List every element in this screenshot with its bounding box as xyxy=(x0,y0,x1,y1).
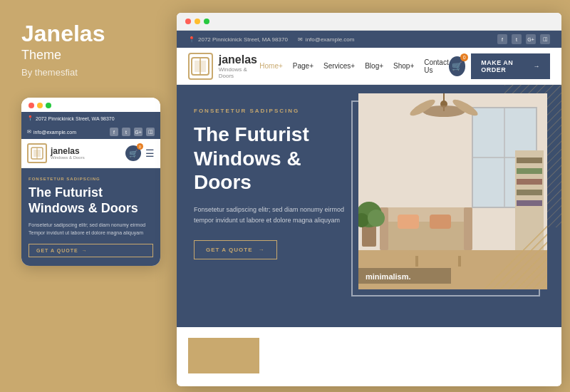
mobile-cta-button[interactable]: GET A QUOTE → xyxy=(28,244,153,257)
svg-rect-32 xyxy=(517,179,542,185)
desktop-hero: FONSETETUR SADIPSCING The Futurist Windo… xyxy=(177,85,561,327)
mobile-logo: janelas Windows & Doors xyxy=(27,143,85,163)
bottom-tan-block xyxy=(188,338,259,373)
cart-badge: 0 xyxy=(137,143,143,150)
mobile-logo-text: janelas xyxy=(51,147,85,155)
svg-rect-24 xyxy=(398,215,419,229)
desktop-social-icons: f t G+ ◫ xyxy=(497,34,550,44)
hero-desc: Fonsetetur sadipscing elitr; sed diam no… xyxy=(194,205,360,227)
email-icon: ✉ xyxy=(27,129,31,135)
mobile-nav: janelas Windows & Doors 🛒 0 ☰ xyxy=(21,139,160,168)
mobile-cart-button[interactable]: 🛒 0 xyxy=(125,145,141,161)
brand-subtitle: Theme xyxy=(21,48,61,63)
desktop-logo-icon xyxy=(188,53,213,80)
hero-image-area: minimalism. xyxy=(358,93,547,289)
svg-rect-25 xyxy=(430,215,451,229)
nav-shop[interactable]: Shop+ xyxy=(393,62,414,70)
mobile-email: ✉ info@example.com xyxy=(27,129,76,135)
desktop-facebook-icon[interactable]: f xyxy=(497,34,507,44)
svg-rect-20 xyxy=(380,218,472,250)
dot-yellow xyxy=(37,103,43,108)
location-icon: 📍 xyxy=(27,115,33,121)
dot-red xyxy=(28,103,34,108)
svg-rect-26 xyxy=(408,250,465,256)
desktop-cart-badge: 0 xyxy=(460,53,468,61)
mobile-address: 📍 2072 Pinnickinick Street, WA 98370 xyxy=(27,115,115,121)
desktop-mockup: 📍 2072 Pinnickinick Street, MA 98370 ✉ i… xyxy=(177,13,561,386)
email-icon: ✉ xyxy=(298,36,303,43)
hamburger-icon[interactable]: ☰ xyxy=(145,148,155,159)
svg-rect-23 xyxy=(464,207,472,250)
mobile-logo-sub: Windows & Doors xyxy=(51,155,85,160)
svg-marker-42 xyxy=(483,225,547,289)
desktop-cart-button[interactable]: 🛒 0 xyxy=(449,56,466,76)
desktop-bottom-section xyxy=(177,327,561,384)
svg-rect-34 xyxy=(517,200,542,206)
mobile-info-bar: 📍 2072 Pinnickinick Street, WA 98370 xyxy=(21,112,160,125)
svg-rect-30 xyxy=(517,158,542,163)
svg-point-38 xyxy=(368,210,385,227)
desktop-chrome-bar xyxy=(177,13,561,31)
desktop-logo-text: janelas xyxy=(219,53,260,66)
facebook-icon: f xyxy=(110,128,118,136)
mobile-chrome-bar xyxy=(21,98,160,112)
desktop-info-left: 📍 2072 Pinnickinick Street, MA 98370 ✉ i… xyxy=(188,36,354,43)
mobile-nav-right: 🛒 0 ☰ xyxy=(125,145,155,161)
desktop-cta-button[interactable]: MAKE AN ORDER → xyxy=(471,53,550,79)
hero-room-image: minimalism. xyxy=(358,93,547,289)
cart-icon: 🛒 xyxy=(129,150,138,158)
svg-rect-33 xyxy=(517,190,542,195)
nav-services[interactable]: Services+ xyxy=(323,62,355,70)
desktop-dot-green xyxy=(204,19,209,24)
svg-rect-21 xyxy=(380,207,472,222)
mobile-section-label: FONSETETUR SADIPSCING xyxy=(28,177,153,181)
desktop-dot-red xyxy=(185,19,191,24)
hero-section-label: FONSETETUR SADIPSCING xyxy=(194,108,360,114)
twitter-icon: t xyxy=(122,128,130,136)
desktop-dot-yellow xyxy=(195,19,200,24)
googleplus-icon: G+ xyxy=(134,128,142,136)
desktop-logo: janelas Windows & Doors xyxy=(188,53,259,80)
desktop-address: 📍 2072 Pinnickinick Street, MA 98370 xyxy=(188,36,288,43)
nav-page[interactable]: Page+ xyxy=(293,62,314,70)
mobile-social-icons: f t G+ ◫ xyxy=(110,128,155,136)
mobile-mockup: 📍 2072 Pinnickinick Street, WA 98370 ✉ i… xyxy=(21,98,160,266)
svg-rect-31 xyxy=(517,168,542,174)
hero-cta-button[interactable]: GET A QUOTE → xyxy=(194,240,277,259)
desktop-top-info-bar: 📍 2072 Pinnickinick Street, MA 98370 ✉ i… xyxy=(177,31,561,48)
desktop-twitter-icon[interactable]: t xyxy=(512,34,522,44)
nav-blog[interactable]: Blog+ xyxy=(365,62,383,70)
brand-by: By themesfiat xyxy=(21,67,78,78)
nav-contact[interactable]: Contact Us xyxy=(424,58,448,74)
svg-rect-27 xyxy=(415,256,418,267)
mobile-hero-text: Fonsetetur sadipscing elitr; sed diam no… xyxy=(28,222,153,237)
brand-title: Janelas xyxy=(21,21,105,46)
left-panel: Janelas Theme By themesfiat 📍 2072 Pinni… xyxy=(0,0,175,392)
desktop-instagram-icon[interactable]: ◫ xyxy=(540,34,550,44)
svg-rect-28 xyxy=(458,256,461,267)
svg-rect-35 xyxy=(362,225,376,247)
hero-title: The Futurist Windows & Doors xyxy=(194,123,360,195)
hero-left: FONSETETUR SADIPSCING The Futurist Windo… xyxy=(177,85,377,327)
arrow-icon: → xyxy=(534,63,541,70)
desktop-nav-menu: Home+ Page+ Services+ Blog+ Shop+ Contac… xyxy=(259,58,448,74)
mobile-contact-bar: ✉ info@example.com f t G+ ◫ xyxy=(21,125,160,139)
desktop-googleplus-icon[interactable]: G+ xyxy=(526,34,536,44)
desktop-nav: janelas Windows & Doors Home+ Page+ Serv… xyxy=(177,48,561,85)
cta-arrow-icon: → xyxy=(259,247,265,253)
desktop-email: ✉ info@example.com xyxy=(298,36,355,43)
cart-icon: 🛒 xyxy=(452,61,462,71)
desktop-logo-sub: Windows & Doors xyxy=(219,66,260,79)
nav-home[interactable]: Home+ xyxy=(259,62,283,70)
mobile-hero-title: The Futurist Windows & Doors xyxy=(28,185,153,216)
instagram-icon: ◫ xyxy=(146,128,155,136)
location-icon: 📍 xyxy=(188,36,195,43)
arrow-icon: → xyxy=(82,248,88,253)
mobile-hero: FONSETETUR SADIPSCING The Futurist Windo… xyxy=(21,168,160,266)
mobile-logo-icon xyxy=(27,143,47,163)
dot-green xyxy=(46,103,51,108)
svg-text:minimalism.: minimalism. xyxy=(366,272,411,281)
